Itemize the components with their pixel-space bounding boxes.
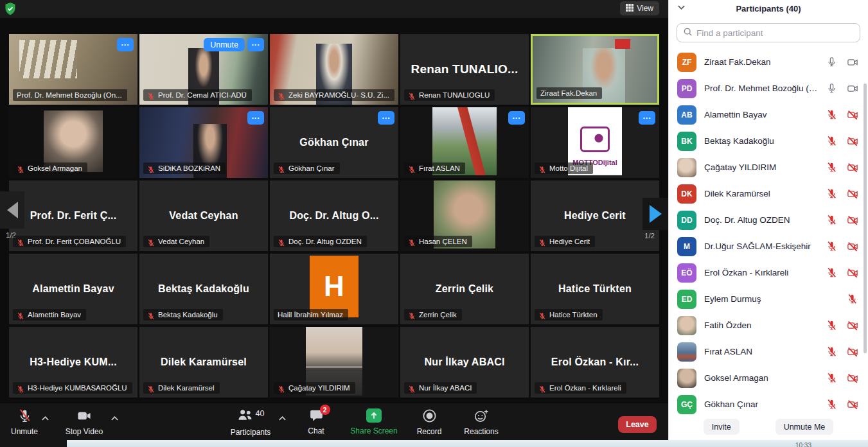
- video-tile[interactable]: Ziraat Fak.Dekan: [531, 34, 659, 105]
- participant-name: Prof. Dr. Mehmet Bozoğlu (Ond...: [704, 83, 821, 93]
- camera-off-icon: [847, 267, 858, 278]
- video-tile[interactable]: MOTTODijital ··· Motto Dijital: [531, 107, 659, 178]
- tile-name-label: Hediye Cerit: [535, 236, 595, 247]
- next-page-button[interactable]: [642, 198, 668, 230]
- tile-name-label: H3-Hediye KUMBASAROĞLU: [13, 382, 132, 394]
- mic-on-icon: [826, 83, 837, 94]
- audio-options-caret[interactable]: [41, 414, 49, 423]
- participant-row[interactable]: ZF Ziraat Fak.Dekan: [669, 49, 868, 75]
- video-tile[interactable]: Hatice Türkten Hatice Türkten: [531, 254, 659, 324]
- participant-row[interactable]: BK Bektaş Kadakoğlu: [669, 128, 868, 154]
- tile-participant-name: Bektaş Kadakoğlu: [158, 311, 218, 319]
- chevron-right-icon: [650, 205, 662, 223]
- video-tile[interactable]: Nur İlkay ABACI Nur İlkay ABACI: [400, 327, 529, 398]
- muted-mic-icon: [147, 91, 155, 99]
- tile-participant-name: Prof. Dr. Mehmet Bozoğlu (On...: [17, 91, 122, 99]
- video-tile[interactable]: Prof. Dr. Ferit Ç... Prof. Dr. Ferit ÇOB…: [9, 180, 137, 251]
- video-tile[interactable]: ··· SiDiKA BOZKiRAN: [139, 107, 268, 178]
- mic-muted-icon: [826, 215, 837, 225]
- participant-row[interactable]: AB Alamettin Bayav: [669, 101, 868, 128]
- tile-participant-name: Çağatay YILDIRIM: [288, 384, 350, 392]
- video-tile[interactable]: H Halil İbrahim Yılmaz: [270, 254, 398, 324]
- top-bar: View: [0, 0, 668, 18]
- video-gallery: ··· Prof. Dr. Mehmet Bozoğlu (On... Unmu…: [9, 34, 659, 398]
- video-tile[interactable]: Bektaş Kadakoğlu Bektaş Kadakoğlu: [139, 254, 268, 324]
- participant-row[interactable]: DD Doç. Dr. Altug OZDEN: [669, 207, 868, 233]
- video-tile[interactable]: Hediye Cerit Hediye Cerit: [531, 180, 659, 251]
- video-tile[interactable]: Renan TUNALIO... Renan TUNALIOGLU: [400, 34, 529, 105]
- tile-more-button[interactable]: ···: [639, 111, 655, 125]
- participant-avatar: ZF: [677, 53, 696, 72]
- participant-row[interactable]: EÖ Erol Özkan - Kırklareli: [669, 259, 868, 286]
- participants-panel-title: Participants (40): [736, 4, 801, 13]
- tile-more-button[interactable]: ···: [247, 111, 264, 125]
- tile-more-button[interactable]: ···: [247, 38, 264, 51]
- video-tile[interactable]: ··· Fırat ASLAN: [400, 107, 529, 178]
- video-tile[interactable]: Zerrin Çelik Zerrin Çelik: [400, 254, 529, 324]
- stop-video-button[interactable]: Stop Video: [61, 408, 107, 436]
- participant-row[interactable]: Fatih Özden: [669, 312, 868, 338]
- mic-muted-icon: [826, 188, 837, 199]
- security-shield-icon[interactable]: [4, 2, 17, 16]
- camera-off-icon: [847, 215, 858, 225]
- tile-more-button[interactable]: ···: [508, 111, 525, 125]
- tile-name-label: Doç. Dr. Altug OZDEN: [274, 236, 367, 247]
- video-tile[interactable]: Hasan ÇELEN: [400, 180, 529, 251]
- video-tile[interactable]: Doç. Dr. Altug O... Doç. Dr. Altug OZDEN: [270, 180, 398, 251]
- mic-muted-icon: [847, 294, 858, 304]
- camera-off-icon: [847, 109, 858, 120]
- participant-name: Çağatay YILDIRIM: [704, 162, 821, 172]
- muted-mic-icon: [538, 238, 546, 245]
- video-tile[interactable]: Goksel Armagan: [9, 107, 137, 178]
- participant-row[interactable]: ED Eylem Durmuş: [669, 286, 868, 312]
- video-tile[interactable]: Çağatay YILDIRIM: [270, 327, 398, 398]
- share-screen-button[interactable]: Share Screen: [346, 408, 402, 435]
- video-tile[interactable]: Gökhan Çınar ··· Gökhan Çınar: [270, 107, 398, 178]
- participant-search-input[interactable]: [696, 28, 854, 38]
- panel-collapse-button[interactable]: [677, 3, 686, 12]
- prev-page-button[interactable]: [0, 191, 24, 229]
- tile-display-name: Gökhan Çınar: [272, 137, 396, 148]
- tile-participant-name: Prof. Dr. Cemal ATICI-ADÜ: [158, 91, 247, 99]
- participant-row[interactable]: M Dr.Uğur SAĞLAM-Eskişehir: [669, 233, 868, 259]
- participant-row[interactable]: GÇ Gökhan Çınar: [669, 391, 868, 417]
- participant-avatar: DK: [677, 184, 696, 204]
- participants-button[interactable]: 40 Participants: [225, 408, 276, 437]
- view-button[interactable]: View: [620, 1, 659, 15]
- video-tile[interactable]: ··· Prof. Dr. Mehmet Bozoğlu (On...: [9, 34, 137, 105]
- participant-row[interactable]: PD Prof. Dr. Mehmet Bozoğlu (Ond...: [669, 75, 868, 101]
- participant-row[interactable]: Fırat ASLAN: [669, 338, 868, 365]
- reactions-button[interactable]: Reactions: [457, 408, 505, 436]
- unmute-label: Unmute: [11, 427, 38, 436]
- video-tile[interactable]: Erol Özkan - Kır... Erol Özkan - Kırklar…: [531, 327, 659, 398]
- tile-more-button[interactable]: ···: [378, 111, 394, 125]
- tile-name-label: Hasan ÇELEN: [404, 236, 472, 247]
- leave-button[interactable]: Leave: [618, 416, 657, 433]
- chat-button[interactable]: 2 Chat: [301, 408, 332, 435]
- participant-row[interactable]: Çağatay YILDIRIM: [669, 154, 868, 180]
- record-button[interactable]: Record: [410, 408, 448, 436]
- tile-more-button[interactable]: ···: [117, 38, 134, 51]
- tile-unmute-button[interactable]: Unmute: [204, 38, 245, 51]
- video-tile[interactable]: Dilek Karamürsel Dilek Karamürsel: [139, 327, 268, 398]
- muted-mic-icon: [278, 91, 285, 99]
- video-options-caret[interactable]: [111, 414, 119, 423]
- camera-off-icon: [847, 372, 858, 383]
- invite-button[interactable]: Invite: [704, 419, 740, 435]
- video-tile[interactable]: Vedat Ceyhan Vedat Ceyhan: [139, 180, 268, 251]
- video-tile[interactable]: Zeki BAYRAMOĞLU- S.Ü. Zi...: [270, 34, 398, 105]
- camera-icon: [76, 408, 92, 423]
- participant-row[interactable]: DK Dilek Karamürsel: [669, 180, 868, 207]
- participant-row[interactable]: Goksel Armagan: [669, 365, 868, 391]
- participant-search[interactable]: [677, 23, 860, 42]
- unmute-button[interactable]: Unmute: [6, 408, 42, 436]
- video-tile[interactable]: Alamettin Bayav Alamettin Bayav: [9, 254, 137, 324]
- unmute-me-button[interactable]: Unmute Me: [775, 419, 834, 435]
- panel-scrollbar[interactable]: [864, 83, 867, 353]
- grid-view-icon: [626, 4, 633, 13]
- video-tile[interactable]: Unmute ··· Prof. Dr. Cemal ATICI-ADÜ: [139, 34, 268, 105]
- tile-participant-name: Hediye Cerit: [549, 238, 590, 245]
- participants-options-caret[interactable]: [278, 414, 287, 423]
- tile-name-label: Alamettin Bayav: [13, 309, 86, 320]
- video-tile[interactable]: H3-Hediye KUM... H3-Hediye KUMBASAROĞLU: [9, 327, 137, 398]
